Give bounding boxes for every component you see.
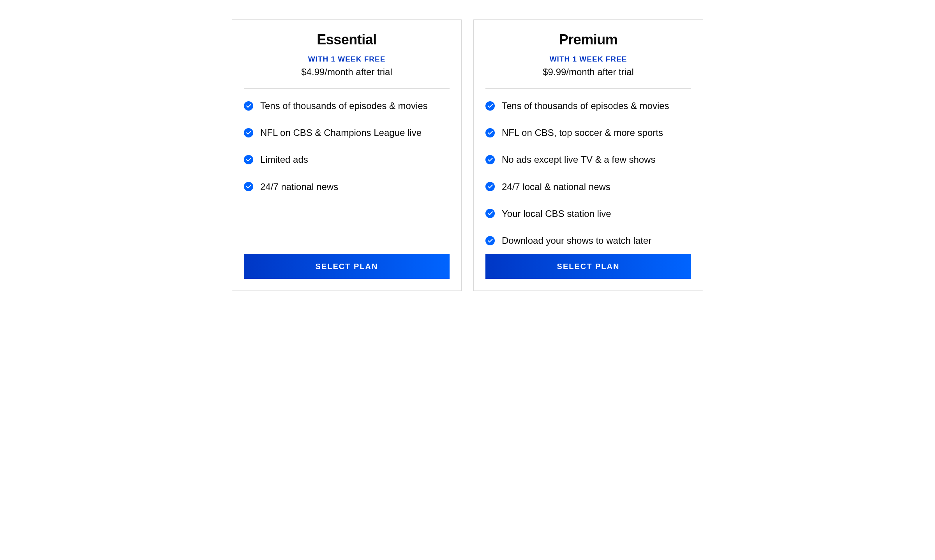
check-icon [485, 182, 495, 191]
plan-title: Essential [244, 32, 450, 48]
select-plan-button-premium[interactable]: SELECT PLAN [485, 254, 691, 279]
feature-text: Download your shows to watch later [502, 234, 651, 247]
feature-text: NFL on CBS & Champions League live [260, 127, 422, 139]
check-icon [244, 182, 253, 191]
feature-text: No ads except live TV & a few shows [502, 153, 655, 166]
check-icon [485, 155, 495, 164]
check-icon [485, 236, 495, 245]
feature-text: 24/7 local & national news [502, 181, 610, 193]
feature-item: Tens of thousands of episodes & movies [485, 100, 691, 112]
features-list: Tens of thousands of episodes & movies N… [485, 89, 691, 254]
plan-card-premium: Premium WITH 1 WEEK FREE $9.99/month aft… [473, 19, 703, 291]
feature-text: Tens of thousands of episodes & movies [260, 100, 428, 112]
plan-title: Premium [485, 32, 691, 48]
plan-price-label: $9.99/month after trial [485, 67, 691, 77]
plan-card-essential: Essential WITH 1 WEEK FREE $4.99/month a… [232, 19, 462, 291]
check-icon [244, 101, 253, 111]
feature-text: Limited ads [260, 153, 308, 166]
plan-header: Essential WITH 1 WEEK FREE $4.99/month a… [244, 32, 450, 88]
select-plan-button-essential[interactable]: SELECT PLAN [244, 254, 450, 279]
feature-item: NFL on CBS & Champions League live [244, 127, 450, 139]
feature-item: No ads except live TV & a few shows [485, 153, 691, 166]
feature-item: NFL on CBS, top soccer & more sports [485, 127, 691, 139]
feature-text: NFL on CBS, top soccer & more sports [502, 127, 663, 139]
plan-header: Premium WITH 1 WEEK FREE $9.99/month aft… [485, 32, 691, 88]
check-icon [485, 128, 495, 137]
feature-item: 24/7 local & national news [485, 181, 691, 193]
feature-item: Download your shows to watch later [485, 234, 691, 247]
feature-item: Limited ads [244, 153, 450, 166]
check-icon [485, 101, 495, 111]
feature-item: Your local CBS station live [485, 208, 691, 220]
plans-container: Essential WITH 1 WEEK FREE $4.99/month a… [232, 19, 703, 291]
feature-item: Tens of thousands of episodes & movies [244, 100, 450, 112]
feature-text: Your local CBS station live [502, 208, 611, 220]
check-icon [244, 155, 253, 164]
plan-trial-label: WITH 1 WEEK FREE [485, 55, 691, 63]
check-icon [244, 128, 253, 137]
features-list: Tens of thousands of episodes & movies N… [244, 89, 450, 254]
feature-item: 24/7 national news [244, 181, 450, 193]
check-icon [485, 209, 495, 218]
plan-trial-label: WITH 1 WEEK FREE [244, 55, 450, 63]
plan-price-label: $4.99/month after trial [244, 67, 450, 77]
feature-text: 24/7 national news [260, 181, 338, 193]
feature-text: Tens of thousands of episodes & movies [502, 100, 669, 112]
